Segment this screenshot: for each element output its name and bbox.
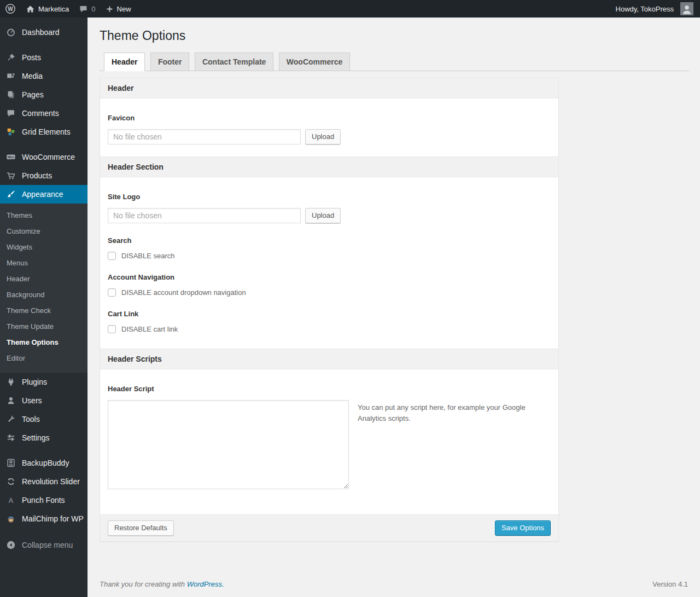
submenu-item-background[interactable]: Background — [0, 287, 88, 303]
sidebar-item-users[interactable]: Users — [0, 391, 88, 410]
comment-count: 0 — [91, 5, 95, 13]
media-icon — [4, 71, 18, 81]
sidebar-item-label: Appearance — [22, 190, 63, 199]
collapse-menu-button[interactable]: Collapse menu — [0, 536, 88, 554]
sliders-icon — [4, 433, 18, 443]
cart-icon — [4, 171, 18, 181]
tab-contact-template[interactable]: Contact Template — [195, 53, 273, 71]
account-navigation-label: Account Navigation — [108, 273, 551, 281]
site-logo-label: Site Logo — [108, 193, 551, 201]
menu-separator — [0, 447, 88, 454]
header-scripts-section: Header Script You can put any script her… — [100, 369, 558, 514]
pages-icon — [4, 90, 18, 100]
submenu-item-customize[interactable]: Customize — [0, 223, 88, 239]
home-icon — [26, 4, 35, 14]
wrench-icon — [4, 414, 18, 424]
letter-a-icon: A — [4, 495, 18, 505]
admin-sidebar: Dashboard Posts Media Pages Comments — [0, 18, 88, 597]
sidebar-item-label: MailChimp for WP — [22, 514, 84, 523]
user-icon — [4, 396, 18, 405]
version-text: Version 4.1 — [652, 580, 688, 588]
wordpress-logo-menu[interactable]: W — [0, 0, 21, 18]
paintbrush-icon — [4, 189, 18, 199]
dashboard-icon — [4, 27, 18, 37]
sidebar-item-woocommerce[interactable]: Woo WooCommerce — [0, 148, 88, 166]
sidebar-item-dashboard[interactable]: Dashboard — [0, 23, 88, 42]
site-logo-file-input[interactable] — [108, 208, 301, 223]
sidebar-item-media[interactable]: Media — [0, 67, 88, 85]
collapse-menu-label: Collapse menu — [22, 541, 73, 549]
menu-separator — [0, 42, 88, 48]
main-content: Theme Options Header Footer Contact Temp… — [88, 18, 700, 597]
tab-woocommerce[interactable]: WooCommerce — [279, 53, 350, 71]
collapse-arrow-icon — [4, 540, 18, 550]
page-title: Theme Options — [100, 28, 689, 44]
restore-defaults-button[interactable]: Restore Defaults — [108, 520, 174, 536]
submenu-item-theme-check[interactable]: Theme Check — [0, 303, 88, 318]
section-header: Header — [100, 78, 558, 98]
favicon-file-input[interactable] — [108, 129, 301, 144]
wordpress-link[interactable]: WordPress. — [187, 580, 224, 588]
sidebar-item-tools[interactable]: Tools — [0, 410, 88, 428]
sidebar-item-label: Media — [22, 72, 43, 80]
sidebar-item-products[interactable]: Products — [0, 166, 88, 185]
disable-search-checkbox[interactable] — [108, 252, 116, 260]
disable-account-nav-text: DISABLE account dropdown navigation — [121, 288, 246, 297]
plus-icon — [106, 5, 114, 13]
favicon-label: Favicon — [108, 114, 551, 122]
new-content-menu[interactable]: New — [101, 0, 136, 18]
tab-bar: Header Footer Contact Template WooCommer… — [100, 53, 689, 71]
disable-account-nav-checkbox[interactable] — [108, 288, 116, 297]
sidebar-item-pages[interactable]: Pages — [0, 85, 88, 104]
header-script-textarea[interactable] — [108, 400, 349, 489]
sidebar-item-comments[interactable]: Comments — [0, 104, 88, 123]
save-options-button[interactable]: Save Options — [495, 520, 551, 536]
submenu-item-editor[interactable]: Editor — [0, 350, 88, 366]
submenu-item-themes[interactable]: Themes — [0, 207, 88, 223]
pushpin-icon — [4, 53, 18, 62]
sidebar-item-backupbuddy[interactable]: BackupBuddy — [0, 454, 88, 472]
sidebar-item-label: Pages — [22, 90, 44, 99]
account-menu[interactable]: Howdy, TokoPress — [611, 0, 676, 18]
sidebar-item-label: Users — [22, 396, 42, 405]
sidebar-item-plugins[interactable]: Plugins — [0, 373, 88, 391]
plug-icon — [4, 377, 18, 387]
sidebar-item-label: Settings — [22, 433, 50, 442]
submenu-item-theme-update[interactable]: Theme Update — [0, 318, 88, 334]
new-label: New — [117, 5, 131, 13]
section-header-section: Header Section — [100, 157, 558, 177]
site-link[interactable]: Marketica — [21, 0, 74, 18]
submenu-item-header[interactable]: Header — [0, 271, 88, 287]
appearance-submenu: Themes Customize Widgets Menus Header Ba… — [0, 204, 88, 373]
submenu-item-widgets[interactable]: Widgets — [0, 239, 88, 255]
woocommerce-badge-icon: Woo — [4, 152, 18, 162]
sidebar-item-label: Products — [22, 171, 52, 180]
sidebar-item-revolution-slider[interactable]: Revolution Slider — [0, 472, 88, 491]
sidebar-item-appearance[interactable]: Appearance — [0, 185, 88, 204]
disable-cart-link-text: DISABLE cart link — [121, 325, 178, 333]
sidebar-item-punch-fonts[interactable]: A Punch Fonts — [0, 491, 88, 509]
sidebar-item-label: Comments — [22, 109, 59, 118]
tab-footer[interactable]: Footer — [150, 53, 190, 71]
tab-header[interactable]: Header — [104, 53, 145, 71]
comment-bubble-icon — [79, 4, 88, 14]
sidebar-item-posts[interactable]: Posts — [0, 48, 88, 67]
submenu-item-theme-options[interactable]: Theme Options — [0, 334, 88, 350]
sidebar-item-mailchimp[interactable]: MailChimp for WP — [0, 509, 88, 528]
favicon-upload-button[interactable]: Upload — [305, 129, 341, 144]
header-script-label: Header Script — [108, 385, 551, 393]
sidebar-item-label: WooCommerce — [22, 153, 75, 161]
backup-drive-icon — [4, 458, 18, 468]
sidebar-item-label: Punch Fonts — [22, 496, 65, 505]
submenu-item-menus[interactable]: Menus — [0, 255, 88, 271]
panel-footer: Restore Defaults Save Options — [100, 514, 558, 541]
sidebar-item-grid-elements[interactable]: Grid Elements — [0, 123, 88, 141]
site-logo-upload-button[interactable]: Upload — [305, 208, 341, 223]
disable-cart-link-checkbox[interactable] — [108, 325, 116, 333]
sidebar-item-label: Tools — [22, 415, 40, 424]
sidebar-item-settings[interactable]: Settings — [0, 428, 88, 447]
avatar[interactable] — [680, 2, 693, 15]
svg-text:A: A — [9, 497, 14, 505]
page-footer: Thank you for creating with WordPress. V… — [100, 575, 689, 597]
comments-shortcut[interactable]: 0 — [74, 0, 100, 18]
